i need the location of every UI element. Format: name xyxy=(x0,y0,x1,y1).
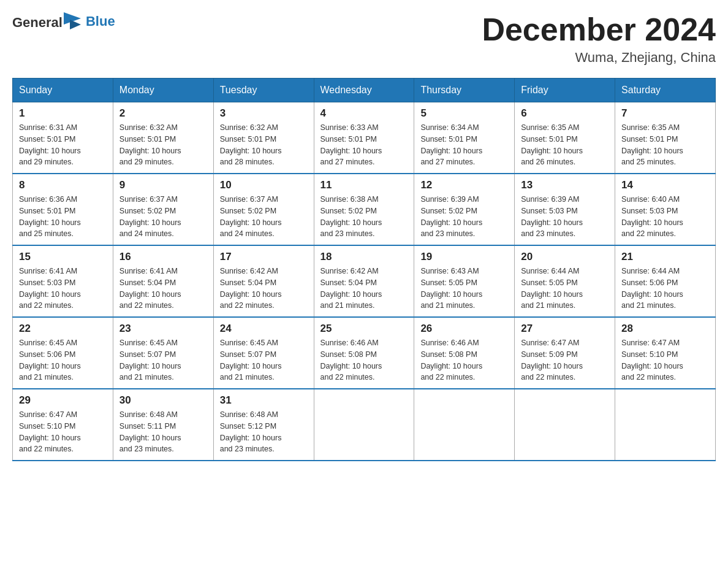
calendar-week-row: 1 Sunrise: 6:31 AMSunset: 5:01 PMDayligh… xyxy=(13,102,716,174)
day-info: Sunrise: 6:40 AMSunset: 5:03 PMDaylight:… xyxy=(621,194,709,240)
calendar-week-row: 8 Sunrise: 6:36 AMSunset: 5:01 PMDayligh… xyxy=(13,174,716,245)
day-number: 10 xyxy=(220,179,308,191)
weekday-header-thursday: Thursday xyxy=(414,79,515,102)
calendar-cell: 10 Sunrise: 6:37 AMSunset: 5:02 PMDaylig… xyxy=(213,174,314,245)
day-info: Sunrise: 6:47 AMSunset: 5:09 PMDaylight:… xyxy=(521,337,609,383)
calendar-cell: 11 Sunrise: 6:38 AMSunset: 5:02 PMDaylig… xyxy=(314,174,414,245)
calendar-cell: 28 Sunrise: 6:47 AMSunset: 5:10 PMDaylig… xyxy=(615,317,716,389)
calendar-cell: 30 Sunrise: 6:48 AMSunset: 5:11 PMDaylig… xyxy=(113,389,213,461)
day-number: 2 xyxy=(119,107,207,120)
calendar-cell: 20 Sunrise: 6:44 AMSunset: 5:05 PMDaylig… xyxy=(515,245,615,317)
day-info: Sunrise: 6:32 AMSunset: 5:01 PMDaylight:… xyxy=(220,122,308,168)
day-number: 13 xyxy=(521,179,609,191)
logo-icon xyxy=(64,12,81,31)
day-number: 26 xyxy=(420,323,508,335)
day-info: Sunrise: 6:34 AMSunset: 5:01 PMDaylight:… xyxy=(420,122,508,168)
day-number: 9 xyxy=(119,179,207,191)
day-info: Sunrise: 6:41 AMSunset: 5:04 PMDaylight:… xyxy=(119,266,207,312)
day-number: 1 xyxy=(19,107,107,120)
day-number: 3 xyxy=(220,107,308,120)
day-number: 28 xyxy=(621,323,709,335)
day-number: 30 xyxy=(119,394,207,407)
day-number: 17 xyxy=(220,251,308,263)
calendar-cell: 2 Sunrise: 6:32 AMSunset: 5:01 PMDayligh… xyxy=(113,102,213,174)
calendar-table: SundayMondayTuesdayWednesdayThursdayFrid… xyxy=(12,78,716,461)
logo-text: General xyxy=(12,15,63,31)
logo-blue-text: Blue xyxy=(86,13,115,29)
location-title: Wuma, Zhejiang, China xyxy=(482,50,716,66)
day-number: 19 xyxy=(420,251,508,263)
day-number: 6 xyxy=(521,107,609,120)
calendar-cell: 12 Sunrise: 6:39 AMSunset: 5:02 PMDaylig… xyxy=(414,174,515,245)
calendar-cell: 24 Sunrise: 6:45 AMSunset: 5:07 PMDaylig… xyxy=(213,317,314,389)
day-info: Sunrise: 6:42 AMSunset: 5:04 PMDaylight:… xyxy=(220,266,308,312)
calendar-week-row: 29 Sunrise: 6:47 AMSunset: 5:10 PMDaylig… xyxy=(13,389,716,461)
day-number: 4 xyxy=(320,107,408,120)
calendar-cell: 26 Sunrise: 6:46 AMSunset: 5:08 PMDaylig… xyxy=(414,317,515,389)
day-info: Sunrise: 6:45 AMSunset: 5:07 PMDaylight:… xyxy=(220,337,308,383)
day-info: Sunrise: 6:46 AMSunset: 5:08 PMDaylight:… xyxy=(420,337,508,383)
day-number: 25 xyxy=(320,323,408,335)
day-info: Sunrise: 6:32 AMSunset: 5:01 PMDaylight:… xyxy=(119,122,207,168)
svg-marker-1 xyxy=(70,20,81,29)
calendar-week-row: 15 Sunrise: 6:41 AMSunset: 5:03 PMDaylig… xyxy=(13,245,716,317)
calendar-cell: 14 Sunrise: 6:40 AMSunset: 5:03 PMDaylig… xyxy=(615,174,716,245)
calendar-cell xyxy=(515,389,615,461)
calendar-cell xyxy=(615,389,716,461)
day-number: 16 xyxy=(119,251,207,263)
calendar-cell: 13 Sunrise: 6:39 AMSunset: 5:03 PMDaylig… xyxy=(515,174,615,245)
day-info: Sunrise: 6:37 AMSunset: 5:02 PMDaylight:… xyxy=(220,194,308,240)
day-number: 22 xyxy=(19,323,107,335)
calendar-cell: 5 Sunrise: 6:34 AMSunset: 5:01 PMDayligh… xyxy=(414,102,515,174)
day-info: Sunrise: 6:31 AMSunset: 5:01 PMDaylight:… xyxy=(19,122,107,168)
calendar-cell: 23 Sunrise: 6:45 AMSunset: 5:07 PMDaylig… xyxy=(113,317,213,389)
day-info: Sunrise: 6:47 AMSunset: 5:10 PMDaylight:… xyxy=(621,337,709,383)
day-info: Sunrise: 6:43 AMSunset: 5:05 PMDaylight:… xyxy=(420,266,508,312)
weekday-header-tuesday: Tuesday xyxy=(213,79,314,102)
day-info: Sunrise: 6:48 AMSunset: 5:12 PMDaylight:… xyxy=(220,409,308,455)
weekday-header-monday: Monday xyxy=(113,79,213,102)
calendar-cell: 18 Sunrise: 6:42 AMSunset: 5:04 PMDaylig… xyxy=(314,245,414,317)
calendar-cell: 21 Sunrise: 6:44 AMSunset: 5:06 PMDaylig… xyxy=(615,245,716,317)
calendar-cell: 22 Sunrise: 6:45 AMSunset: 5:06 PMDaylig… xyxy=(13,317,113,389)
day-number: 20 xyxy=(521,251,609,263)
calendar-cell: 4 Sunrise: 6:33 AMSunset: 5:01 PMDayligh… xyxy=(314,102,414,174)
day-number: 8 xyxy=(19,179,107,191)
page-header: General Blue December 2024 Wuma, Zhejian… xyxy=(12,12,716,66)
day-number: 12 xyxy=(420,179,508,191)
day-info: Sunrise: 6:46 AMSunset: 5:08 PMDaylight:… xyxy=(320,337,408,383)
calendar-cell: 16 Sunrise: 6:41 AMSunset: 5:04 PMDaylig… xyxy=(113,245,213,317)
calendar-cell: 31 Sunrise: 6:48 AMSunset: 5:12 PMDaylig… xyxy=(213,389,314,461)
calendar-cell: 9 Sunrise: 6:37 AMSunset: 5:02 PMDayligh… xyxy=(113,174,213,245)
day-info: Sunrise: 6:39 AMSunset: 5:03 PMDaylight:… xyxy=(521,194,609,240)
day-number: 29 xyxy=(19,394,107,407)
calendar-cell xyxy=(414,389,515,461)
day-info: Sunrise: 6:35 AMSunset: 5:01 PMDaylight:… xyxy=(521,122,609,168)
weekday-header-friday: Friday xyxy=(515,79,615,102)
calendar-cell xyxy=(314,389,414,461)
day-number: 24 xyxy=(220,323,308,335)
day-info: Sunrise: 6:41 AMSunset: 5:03 PMDaylight:… xyxy=(19,266,107,312)
weekday-header-sunday: Sunday xyxy=(13,79,113,102)
day-number: 7 xyxy=(621,107,709,120)
day-info: Sunrise: 6:37 AMSunset: 5:02 PMDaylight:… xyxy=(119,194,207,240)
month-title: December 2024 xyxy=(482,12,716,47)
calendar-cell: 8 Sunrise: 6:36 AMSunset: 5:01 PMDayligh… xyxy=(13,174,113,245)
weekday-header-saturday: Saturday xyxy=(615,79,716,102)
day-info: Sunrise: 6:36 AMSunset: 5:01 PMDaylight:… xyxy=(19,194,107,240)
day-info: Sunrise: 6:42 AMSunset: 5:04 PMDaylight:… xyxy=(320,266,408,312)
day-info: Sunrise: 6:33 AMSunset: 5:01 PMDaylight:… xyxy=(320,122,408,168)
day-info: Sunrise: 6:48 AMSunset: 5:11 PMDaylight:… xyxy=(119,409,207,455)
calendar-cell: 7 Sunrise: 6:35 AMSunset: 5:01 PMDayligh… xyxy=(615,102,716,174)
calendar-cell: 3 Sunrise: 6:32 AMSunset: 5:01 PMDayligh… xyxy=(213,102,314,174)
day-info: Sunrise: 6:38 AMSunset: 5:02 PMDaylight:… xyxy=(320,194,408,240)
day-number: 23 xyxy=(119,323,207,335)
calendar-cell: 1 Sunrise: 6:31 AMSunset: 5:01 PMDayligh… xyxy=(13,102,113,174)
weekday-header-row: SundayMondayTuesdayWednesdayThursdayFrid… xyxy=(13,79,716,102)
day-number: 21 xyxy=(621,251,709,263)
calendar-cell: 27 Sunrise: 6:47 AMSunset: 5:09 PMDaylig… xyxy=(515,317,615,389)
calendar-week-row: 22 Sunrise: 6:45 AMSunset: 5:06 PMDaylig… xyxy=(13,317,716,389)
calendar-cell: 29 Sunrise: 6:47 AMSunset: 5:10 PMDaylig… xyxy=(13,389,113,461)
day-number: 15 xyxy=(19,251,107,263)
day-info: Sunrise: 6:45 AMSunset: 5:06 PMDaylight:… xyxy=(19,337,107,383)
